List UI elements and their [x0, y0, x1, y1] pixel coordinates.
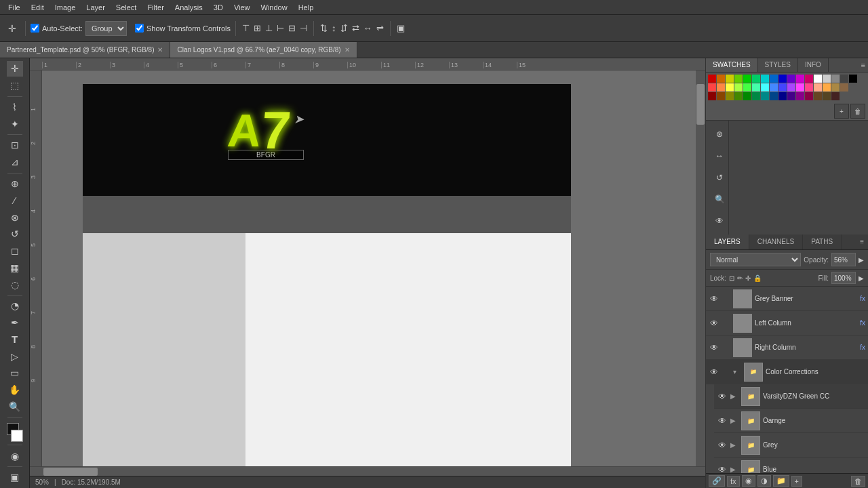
- layer-left-column[interactable]: 👁 Left Column fx: [706, 311, 868, 336]
- swatch-light-red[interactable]: [708, 83, 716, 92]
- history-brush-tool[interactable]: ↺: [7, 226, 23, 242]
- layer-right-column[interactable]: 👁 Right Column fx: [706, 336, 868, 360]
- align-bottom-icon[interactable]: ⊥: [264, 22, 274, 35]
- quick-mask-tool[interactable]: ◉: [7, 448, 23, 464]
- tab-channels[interactable]: CHANNELS: [749, 235, 803, 249]
- tab-partnered-close[interactable]: ✕: [157, 46, 163, 54]
- new-adjustment-btn[interactable]: ◑: [757, 475, 771, 487]
- swatch-mint[interactable]: [752, 83, 760, 92]
- vertical-scrollbar[interactable]: [696, 70, 705, 466]
- swatch-light-orange[interactable]: [717, 83, 725, 92]
- swatch-light-green[interactable]: [743, 83, 751, 92]
- align-right-icon[interactable]: ⊣: [298, 22, 309, 35]
- blur-tool[interactable]: ◌: [7, 277, 23, 292]
- swatch-light-peach[interactable]: [823, 83, 831, 92]
- 3d-rotate-tool[interactable]: ⊛: [707, 124, 732, 144]
- move-tool[interactable]: ✛: [7, 61, 23, 77]
- menu-window[interactable]: Window: [256, 2, 293, 13]
- dist-vcenter-icon[interactable]: ↕: [330, 22, 338, 35]
- layer-blue-group-eye[interactable]: 👁: [717, 464, 728, 474]
- tab-layers[interactable]: LAYERS: [706, 235, 749, 249]
- swatch-tan[interactable]: [831, 83, 840, 92]
- layer-left-column-eye[interactable]: 👁: [709, 318, 719, 329]
- swatch-forest[interactable]: [752, 92, 760, 100]
- layers-panel-options[interactable]: ≡: [856, 235, 868, 249]
- autoselect-select[interactable]: Group: [85, 21, 127, 36]
- move-tool-btn[interactable]: ✛: [4, 20, 20, 37]
- layer-right-column-eye[interactable]: 👁: [709, 342, 719, 353]
- opacity-arrow[interactable]: ▶: [859, 256, 864, 264]
- swatch-light-blue[interactable]: [778, 83, 787, 92]
- autoselect-checkbox[interactable]: [31, 24, 39, 33]
- swatch-dark-magenta[interactable]: [796, 92, 804, 100]
- menu-analysis[interactable]: Analysis: [170, 2, 208, 13]
- swatch-navy[interactable]: [778, 92, 787, 100]
- tab-clan-logos-close[interactable]: ✕: [344, 46, 350, 54]
- swatch-navy-light[interactable]: [770, 92, 778, 100]
- tab-info[interactable]: INFO: [798, 58, 829, 72]
- lasso-tool[interactable]: ⌇: [7, 100, 23, 115]
- layer-grey-group-eye[interactable]: 👁: [717, 440, 728, 451]
- layer-blue-group[interactable]: 👁 ▶ 📁 Blue: [714, 458, 868, 473]
- menu-select[interactable]: Select: [111, 2, 142, 13]
- swatch-light-magenta[interactable]: [796, 83, 804, 92]
- add-style-btn[interactable]: fx: [727, 476, 740, 487]
- background-color[interactable]: [11, 430, 23, 442]
- swatch-green-teal[interactable]: [752, 75, 760, 83]
- swatch-green[interactable]: [743, 75, 751, 83]
- magic-wand-tool[interactable]: ✦: [7, 116, 23, 131]
- dist-left-icon[interactable]: ⇄: [351, 22, 361, 35]
- ruler-tool-right[interactable]: ↔: [707, 146, 732, 166]
- menu-view[interactable]: View: [229, 2, 256, 13]
- swatch-light-cyan[interactable]: [761, 83, 769, 92]
- lock-all-icon[interactable]: 🔒: [753, 274, 762, 282]
- menu-layer[interactable]: Layer: [81, 2, 111, 13]
- align-top-icon[interactable]: ⊤: [241, 22, 251, 35]
- layer-grey-banner[interactable]: 👁 Grey Banner fx: [706, 287, 868, 311]
- swatch-teal[interactable]: [761, 92, 769, 100]
- swatch-brown[interactable]: [840, 83, 848, 92]
- shape-tool[interactable]: ▭: [7, 365, 23, 381]
- swatch-black[interactable]: [849, 75, 857, 83]
- swatch-dark-purple[interactable]: [787, 92, 795, 100]
- dist-top-icon[interactable]: ⇅: [319, 22, 329, 35]
- swatch-dark-yellow[interactable]: [726, 92, 734, 100]
- delete-swatch-btn[interactable]: 🗑: [850, 104, 865, 119]
- new-folder-btn[interactable]: 📁: [773, 475, 789, 487]
- swatch-hot-pink[interactable]: [805, 83, 813, 92]
- swatch-yellow-green[interactable]: [734, 75, 743, 83]
- horizontal-scrollbar[interactable]: [30, 467, 705, 476]
- swatch-light-grey[interactable]: [823, 75, 831, 83]
- swatch-dark-grey[interactable]: [840, 75, 848, 83]
- layer-color-corrections[interactable]: 👁 ▾ 📁 Color Corrections: [706, 360, 868, 384]
- menu-3d[interactable]: 3D: [208, 2, 229, 13]
- layer-oarnge-expand[interactable]: ▶: [730, 417, 738, 424]
- align-hcenter-icon[interactable]: ⊟: [287, 22, 297, 35]
- swatch-lavender[interactable]: [787, 83, 795, 92]
- layer-grey-banner-eye[interactable]: 👁: [709, 293, 719, 304]
- screen-mode-btn[interactable]: ▣: [7, 470, 23, 485]
- tab-swatches[interactable]: SWATCHES: [706, 58, 758, 72]
- color-swatch[interactable]: [7, 423, 23, 442]
- crop-tool[interactable]: ⊡: [7, 138, 23, 153]
- swatch-red[interactable]: [708, 75, 716, 83]
- swatch-sky-blue[interactable]: [770, 83, 778, 92]
- swatch-peach[interactable]: [814, 83, 822, 92]
- swatch-yellow-dark[interactable]: [726, 75, 734, 83]
- layer-blue-group-expand[interactable]: ▶: [730, 466, 738, 473]
- swatch-dark-green[interactable]: [743, 92, 751, 100]
- new-layer-btn[interactable]: +: [791, 476, 802, 487]
- dist-right-icon[interactable]: ⇌: [375, 22, 385, 35]
- blend-mode-select[interactable]: Normal: [710, 253, 801, 266]
- align-left-icon[interactable]: ⊢: [275, 22, 285, 35]
- canvas-size-icon[interactable]: ▣: [395, 22, 406, 35]
- gradient-tool[interactable]: ▦: [7, 260, 23, 275]
- show-transform-checkbox[interactable]: [135, 24, 144, 33]
- heal-brush-tool[interactable]: ⊕: [7, 176, 23, 192]
- pen-tool[interactable]: ✒: [7, 315, 23, 331]
- swatch-blue-mid[interactable]: [770, 75, 778, 83]
- tab-styles[interactable]: STYLES: [758, 58, 798, 72]
- swatch-umber[interactable]: [823, 92, 831, 100]
- lock-transparency-icon[interactable]: ⊡: [729, 274, 734, 282]
- layer-oarnge[interactable]: 👁 ▶ 📁 Oarnge: [714, 409, 868, 433]
